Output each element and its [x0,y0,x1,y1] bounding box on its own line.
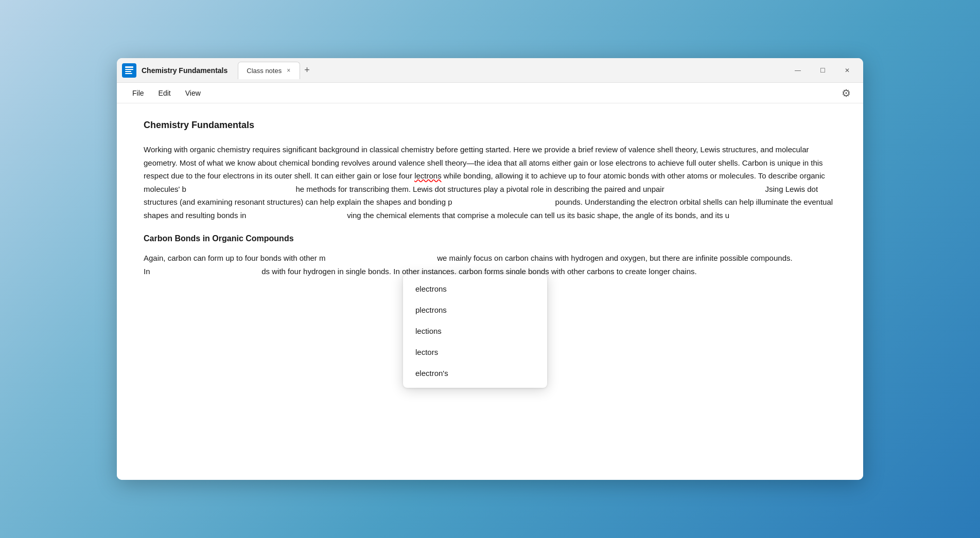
tab-class-notes[interactable]: Class notes × [238,62,300,79]
title-bar: Chemistry Fundamentals Class notes × + —… [117,58,863,83]
autocomplete-item-lections[interactable]: lections [403,320,547,342]
window-controls: — ☐ ✕ [786,62,859,79]
svg-rect-4 [125,73,132,74]
menu-view[interactable]: View [178,87,208,99]
autocomplete-item-plectrons[interactable]: plectrons [403,299,547,320]
menu-edit[interactable]: Edit [151,87,178,99]
maximize-button[interactable]: ☐ [811,62,834,79]
autocomplete-item-lectors[interactable]: lectors [403,342,547,363]
svg-rect-0 [122,63,136,78]
misspelled-word: lectrons [414,171,442,180]
app-window: Chemistry Fundamentals Class notes × + —… [117,58,863,480]
svg-rect-1 [125,66,133,68]
menu-file[interactable]: File [125,87,151,99]
content-area: Chemistry Fundamentals Working with orga… [117,103,863,480]
tab-close-button[interactable]: × [286,67,291,74]
svg-rect-3 [125,71,131,72]
autocomplete-dropdown: electrons plectrons lections lectors ele… [403,274,547,388]
minimize-button[interactable]: — [786,62,810,79]
menu-bar: File Edit View ⚙ [117,83,863,103]
close-button[interactable]: ✕ [835,62,859,79]
app-icon [121,62,137,79]
document-title: Chemistry Fundamentals [144,120,836,131]
tab-label: Class notes [247,67,282,75]
section-title: Carbon Bonds in Organic Compounds [144,234,836,243]
autocomplete-item-electrons-possessive[interactable]: electron's [403,363,547,384]
paragraph-1: Working with organic chemistry requires … [144,143,836,222]
settings-icon[interactable]: ⚙ [837,85,855,101]
autocomplete-item-electrons[interactable]: electrons [403,278,547,299]
window-title: Chemistry Fundamentals [142,66,227,75]
svg-rect-2 [125,69,133,70]
tab-bar: Class notes × + [238,62,786,79]
new-tab-button[interactable]: + [300,63,314,78]
